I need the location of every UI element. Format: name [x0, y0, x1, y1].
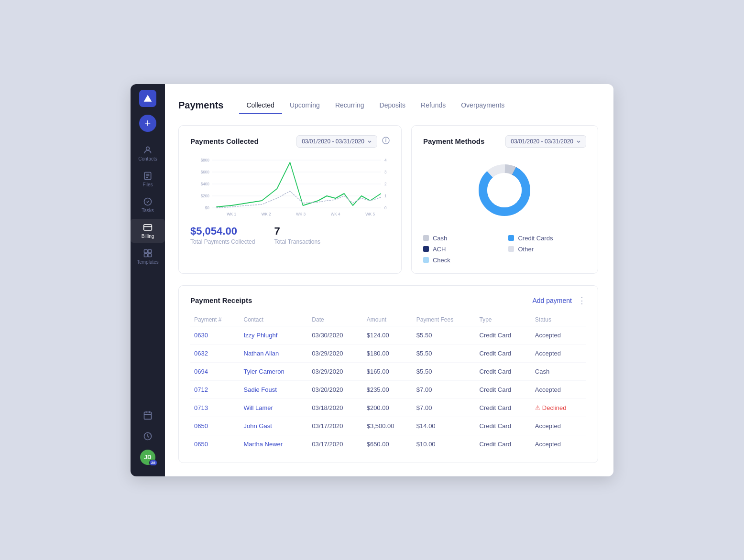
- payment-link[interactable]: 0712: [194, 386, 208, 393]
- col-status: Status: [531, 313, 586, 326]
- col-payment-num: Payment #: [190, 313, 240, 326]
- svg-point-19: [385, 139, 386, 139]
- tab-refunds[interactable]: Refunds: [413, 97, 453, 114]
- tab-upcoming[interactable]: Upcoming: [282, 97, 328, 114]
- avatar-badge: 28: [149, 460, 157, 466]
- payment-type: Credit Card: [476, 326, 531, 344]
- table-row: 0713 Will Lamer 03/18/2020 $200.00 $7.00…: [190, 398, 586, 417]
- sidebar-label-templates: Templates: [137, 259, 159, 265]
- svg-text:$0: $0: [205, 205, 209, 210]
- payment-date: 03/20/2020: [308, 380, 362, 398]
- payment-type: Credit Card: [476, 417, 531, 435]
- payment-amount: $650.00: [363, 435, 413, 453]
- payment-link[interactable]: 0630: [194, 332, 208, 339]
- payment-link[interactable]: 0713: [194, 404, 208, 411]
- svg-rect-12: [144, 412, 152, 419]
- status-declined: Declined: [535, 404, 582, 411]
- legend-label-other: Other: [518, 246, 534, 253]
- payment-link[interactable]: 0632: [194, 350, 208, 357]
- app-logo[interactable]: [139, 90, 156, 107]
- avatar[interactable]: JD 28: [140, 450, 155, 465]
- more-options-button[interactable]: ⋮: [578, 295, 586, 306]
- svg-text:WK 1: WK 1: [227, 211, 236, 216]
- info-icon[interactable]: [382, 137, 390, 146]
- sidebar-item-billing[interactable]: Billing: [131, 219, 165, 243]
- total-transactions: 7: [274, 225, 320, 237]
- payment-link[interactable]: 0650: [194, 441, 208, 448]
- payment-amount: $165.00: [363, 362, 413, 380]
- add-payment-button[interactable]: Add payment: [533, 297, 572, 304]
- contact-link[interactable]: Izzy Phlughf: [244, 332, 278, 339]
- payment-amount: $124.00: [363, 326, 413, 344]
- legend-label-ach: ACH: [433, 246, 446, 253]
- payment-fees: $10.00: [413, 435, 476, 453]
- legend-ach: ACH: [423, 246, 501, 253]
- sidebar-nav: Contacts Files Tasks Billi: [131, 141, 165, 408]
- col-type: Type: [476, 313, 531, 326]
- svg-text:1: 1: [384, 193, 387, 198]
- total-amount: $5,054.00: [190, 225, 255, 237]
- sidebar-label-tasks: Tasks: [142, 208, 154, 213]
- payment-link[interactable]: 0694: [194, 368, 208, 375]
- svg-text:$200: $200: [201, 193, 209, 198]
- tab-overpayments[interactable]: Overpayments: [453, 97, 512, 114]
- sidebar-item-templates[interactable]: Templates: [131, 245, 165, 269]
- payment-methods-date-range[interactable]: 03/01/2020 - 03/31/2020: [505, 135, 586, 148]
- svg-rect-11: [148, 253, 152, 257]
- svg-text:$400: $400: [201, 181, 209, 186]
- payment-methods-legend: Cash Credit Cards ACH Other: [423, 235, 586, 264]
- payment-type: Credit Card: [476, 380, 531, 398]
- tab-collected[interactable]: Collected: [239, 97, 282, 114]
- add-button[interactable]: +: [139, 115, 156, 132]
- payment-date: 03/17/2020: [308, 417, 362, 435]
- payment-date: 03/30/2020: [308, 326, 362, 344]
- payments-collected-date-range[interactable]: 03/01/2020 - 03/31/2020: [296, 135, 377, 148]
- svg-text:2: 2: [384, 181, 387, 186]
- legend-check: Check: [423, 257, 501, 264]
- payment-fees: $5.50: [413, 344, 476, 362]
- receipts-title: Payment Receipts: [190, 296, 252, 304]
- legend-label-credit-cards: Credit Cards: [518, 235, 553, 242]
- sidebar-label-billing: Billing: [142, 234, 154, 239]
- payment-fees: $5.50: [413, 326, 476, 344]
- tab-deposits[interactable]: Deposits: [372, 97, 413, 114]
- status-accepted: Accepted: [535, 332, 561, 339]
- legend-dot-ach: [423, 246, 429, 252]
- payment-fees: $7.00: [413, 380, 476, 398]
- sidebar-item-tasks[interactable]: Tasks: [131, 193, 165, 217]
- main-content: Payments Collected Upcoming Recurring De…: [165, 84, 613, 476]
- payments-collected-title: Payments Collected: [190, 137, 259, 145]
- payment-type: Credit Card: [476, 344, 531, 362]
- status-accepted: Accepted: [535, 422, 561, 430]
- sidebar-item-files[interactable]: Files: [131, 167, 165, 191]
- sidebar-item-contacts[interactable]: Contacts: [131, 141, 165, 165]
- contact-link[interactable]: Will Lamer: [244, 404, 273, 411]
- line-chart: $800 $600 $400 $200 $0 4 3 2 1 0 WK 1 WK…: [190, 155, 390, 217]
- donut-chart: [423, 155, 586, 225]
- svg-text:0: 0: [384, 205, 387, 210]
- col-contact: Contact: [240, 313, 308, 326]
- col-amount: Amount: [363, 313, 413, 326]
- payment-receipts-section: Payment Receipts Add payment ⋮ Payment #…: [178, 285, 598, 463]
- calendar-icon[interactable]: [140, 408, 155, 425]
- contact-link[interactable]: John Gast: [244, 422, 272, 430]
- sidebar-bottom: JD 28: [140, 408, 155, 471]
- tab-recurring[interactable]: Recurring: [328, 97, 372, 114]
- contact-link[interactable]: Sadie Foust: [244, 386, 277, 393]
- contact-link[interactable]: Nathan Allan: [244, 350, 279, 357]
- payment-date: 03/17/2020: [308, 435, 362, 453]
- status-accepted: Accepted: [535, 441, 561, 448]
- contact-link[interactable]: Martha Newer: [244, 441, 283, 448]
- total-amount-label: Total Payments Collected: [190, 238, 255, 245]
- timer-icon[interactable]: [140, 429, 155, 446]
- table-row: 0650 John Gast 03/17/2020 $3,500.00 $14.…: [190, 417, 586, 435]
- table-row: 0712 Sadie Foust 03/20/2020 $235.00 $7.0…: [190, 380, 586, 398]
- svg-rect-10: [144, 253, 148, 257]
- sidebar-label-contacts: Contacts: [138, 156, 157, 162]
- contact-link[interactable]: Tyler Cameron: [244, 368, 284, 375]
- legend-credit-cards: Credit Cards: [508, 235, 586, 242]
- svg-text:3: 3: [384, 169, 387, 174]
- col-date: Date: [308, 313, 362, 326]
- tabs: Collected Upcoming Recurring Deposits Re…: [239, 97, 513, 114]
- payment-link[interactable]: 0650: [194, 422, 208, 430]
